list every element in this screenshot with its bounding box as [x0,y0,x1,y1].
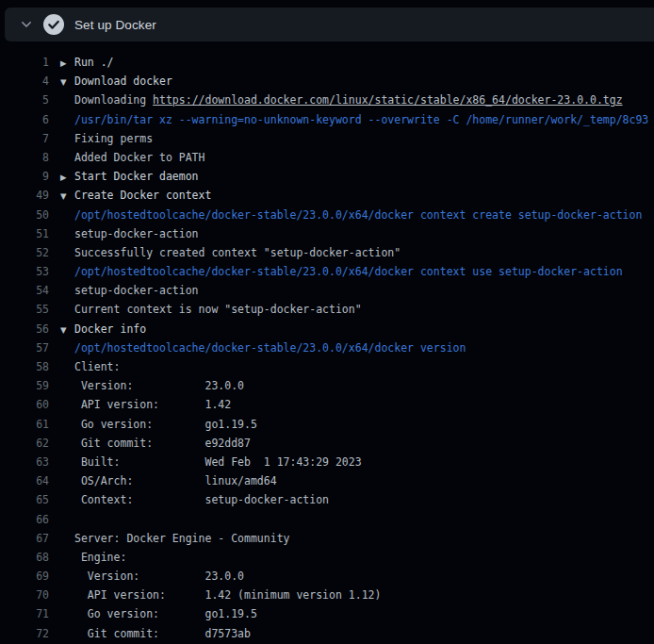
log-text: Client: [74,360,120,373]
group-toggle-collapsed-icon[interactable]: ▶ [60,168,74,186]
group-title: Run ./ [74,56,114,69]
line-number[interactable]: 63 [0,453,49,471]
log-line: 52Successfully created context "setup-do… [0,243,654,262]
download-url-link[interactable]: https://download.docker.com/linux/static… [153,93,623,107]
line-number[interactable]: 67 [0,529,49,548]
log-line: 70 API version: 1.42 (minimum version 1.… [0,586,654,604]
line-number[interactable]: 60 [0,395,49,414]
chevron-down-icon[interactable] [20,18,33,31]
group-title: Docker info [74,322,146,336]
log-text: /opt/hostedtoolcache/docker-stable/23.0.… [74,208,642,222]
line-number[interactable]: 69 [0,567,49,586]
log-text: Built: Wed Feb 1 17:43:29 2023 [74,455,362,469]
line-number[interactable]: 5 [0,91,49,109]
log-text: Downloading [74,93,153,107]
step-header[interactable]: Set up Docker [5,8,654,41]
line-number[interactable]: 58 [0,357,49,376]
log-line: 7Fixing perms [0,129,654,148]
log-text: /opt/hostedtoolcache/docker-stable/23.0.… [74,341,466,355]
group-toggle-expanded-icon[interactable]: ▼ [60,321,74,339]
line-content: Go version: go1.19.5 [74,604,257,623]
line-content: Current context is now "setup-docker-act… [74,300,362,319]
log-line: 61 Go version: go1.19.5 [0,415,654,434]
log-text: Current context is now "setup-docker-act… [74,303,362,316]
log-text: /opt/hostedtoolcache/docker-stable/23.0.… [74,265,623,278]
log-line: 71 Go version: go1.19.5 [0,604,654,623]
line-number[interactable]: 71 [0,604,49,623]
line-number[interactable]: 70 [0,586,49,604]
line-number[interactable]: 6 [0,110,49,129]
line-content: /opt/hostedtoolcache/docker-stable/23.0.… [74,262,623,281]
line-content: Server: Docker Engine - Community [74,529,289,548]
group-toggle-expanded-icon[interactable]: ▼ [60,187,74,205]
log-line: 72 Git commit: d7573ab [0,624,654,643]
log-text: Context: setup-docker-action [74,493,329,506]
line-number[interactable]: 61 [0,415,49,434]
line-content: ▼Docker info [60,320,146,339]
line-content: Client: [74,357,120,376]
line-number[interactable]: 59 [0,376,49,395]
line-number[interactable]: 9 [0,167,49,186]
line-content: Go version: go1.19.5 [74,415,257,434]
line-number[interactable]: 8 [0,148,49,167]
line-number[interactable]: 7 [0,129,49,148]
log-line: 56▼Docker info [0,320,654,339]
line-number[interactable]: 68 [0,548,49,567]
log-line: 59 Version: 23.0.0 [0,376,654,395]
line-content: Version: 23.0.0 [74,567,244,586]
line-number[interactable]: 54 [0,281,49,300]
log-text: OS/Arch: linux/amd64 [74,474,277,487]
line-content: Fixing perms [74,129,153,148]
log-text: Git commit: d7573ab [74,627,251,640]
line-number[interactable]: 62 [0,434,49,453]
log-text: /usr/bin/tar xz --warning=no-unknown-key… [74,113,648,126]
log-line: 5Downloading https://download.docker.com… [0,91,654,109]
log-lines: 1▶Run ./4▼Download docker5Downloading ht… [0,53,654,643]
line-content: Git commit: e92dd87 [74,434,251,453]
line-number[interactable]: 65 [0,490,49,509]
line-content: ▶Start Docker daemon [60,167,199,186]
line-number[interactable]: 52 [0,243,49,262]
line-content: Downloading https://download.docker.com/… [74,91,623,109]
line-number[interactable]: 51 [0,224,49,243]
log-text: Go version: go1.19.5 [74,418,257,431]
log-text: API version: 1.42 (minimum version 1.12) [74,588,381,602]
line-number[interactable]: 72 [0,624,49,643]
log-text: Version: 23.0.0 [74,570,244,583]
log-line: 66 [0,510,654,529]
line-content: API version: 1.42 [74,395,231,414]
log-line: 53/opt/hostedtoolcache/docker-stable/23.… [0,262,654,281]
log-text: Server: Docker Engine - Community [74,532,289,545]
group-title: Start Docker daemon [74,170,199,183]
line-content: /opt/hostedtoolcache/docker-stable/23.0.… [74,206,642,224]
log-text: Successfully created context "setup-dock… [74,246,401,259]
log-line: 57/opt/hostedtoolcache/docker-stable/23.… [0,339,654,357]
line-number[interactable]: 56 [0,320,49,339]
line-content: Successfully created context "setup-dock… [74,243,401,262]
log-line: 60 API version: 1.42 [0,395,654,414]
log-line: 58Client: [0,357,654,376]
line-number[interactable]: 4 [0,72,49,91]
line-content: OS/Arch: linux/amd64 [74,471,277,490]
log-line: 9▶Start Docker daemon [0,167,654,186]
log-text: Engine: [74,551,126,564]
line-number[interactable]: 1 [0,53,49,72]
log-line: 1▶Run ./ [0,53,654,72]
line-number[interactable]: 64 [0,471,49,490]
line-content: Added Docker to PATH [74,148,204,167]
line-number[interactable]: 66 [0,510,49,529]
group-toggle-collapsed-icon[interactable]: ▶ [60,54,74,72]
line-content: Version: 23.0.0 [74,376,244,395]
group-toggle-expanded-icon[interactable]: ▼ [60,73,74,91]
log-text: Fixing perms [74,132,153,145]
log-line: 67Server: Docker Engine - Community [0,529,654,548]
line-content: ▼Download docker [60,72,172,91]
line-number[interactable]: 49 [0,186,49,205]
log-line: 68 Engine: [0,548,654,567]
line-number[interactable]: 50 [0,206,49,224]
log-line: 55Current context is now "setup-docker-a… [0,300,654,319]
line-content: Git commit: d7573ab [74,624,251,643]
line-number[interactable]: 55 [0,300,49,319]
line-number[interactable]: 57 [0,339,49,357]
line-number[interactable]: 53 [0,262,49,281]
